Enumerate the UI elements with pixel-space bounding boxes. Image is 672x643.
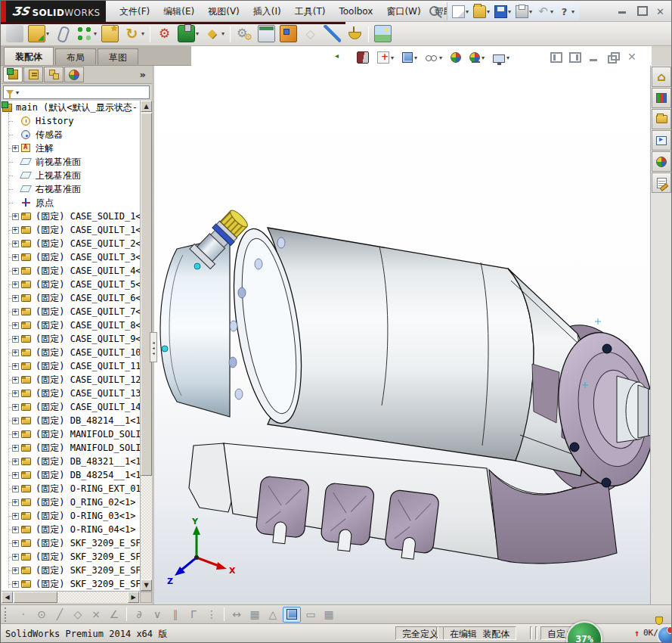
snap-midpoints-button[interactable]: ∨ — [149, 607, 166, 623]
insert-components-button[interactable] — [5, 23, 25, 44]
expand-icon[interactable] — [12, 377, 19, 384]
propertymanager-tab[interactable] — [23, 67, 43, 82]
download-progress-badge[interactable]: 37% — [566, 621, 602, 643]
expand-icon[interactable] — [12, 254, 19, 261]
tree-item[interactable]: (固定) CASE_QUILT_12<1> — [2, 373, 140, 387]
zoom-to-area-icon[interactable] — [314, 50, 330, 65]
search-icon[interactable] — [429, 6, 439, 16]
expand-icon[interactable] — [12, 241, 19, 247]
tree-item[interactable]: (固定) O_RING_02<1> (默 — [2, 495, 140, 509]
open-component-button[interactable] — [26, 23, 51, 44]
move-component-button[interactable] — [122, 23, 146, 44]
view-settings-icon[interactable] — [491, 51, 511, 64]
menu-item[interactable]: 视图(V) — [201, 3, 246, 20]
viewport-single-button[interactable]: ▭ — [302, 607, 319, 623]
appearance-palette-button[interactable] — [373, 23, 393, 44]
zoom-to-fit-icon[interactable] — [294, 50, 309, 65]
snap-inference-button[interactable]: ⋮ — [203, 607, 220, 623]
pane-toggle-right-button[interactable] — [569, 52, 581, 63]
new-document-button[interactable] — [451, 5, 470, 19]
snap-angle-button[interactable]: ∠ — [106, 607, 122, 623]
model-3d-view[interactable]: Y X Z — [154, 67, 652, 604]
expand-icon[interactable] — [12, 268, 19, 275]
command-tab[interactable]: 布局 — [55, 48, 96, 65]
help-button[interactable] — [556, 5, 576, 19]
curve-button[interactable] — [322, 23, 342, 44]
minimize-button[interactable] — [616, 4, 629, 17]
menu-item[interactable]: Toolbox — [332, 3, 379, 20]
expand-icon[interactable] — [12, 227, 19, 234]
expand-icon[interactable] — [12, 404, 19, 411]
expand-icon[interactable] — [12, 145, 19, 152]
tree-item[interactable]: (固定) MANIFOLD_SOLID_B — [2, 427, 140, 441]
reference-geometry-button[interactable] — [176, 23, 200, 44]
menu-item[interactable]: 编辑(E) — [156, 3, 201, 20]
expand-icon[interactable] — [12, 472, 19, 479]
tree-item[interactable]: (固定) O-RING_04<1> (默 — [2, 523, 140, 536]
panel-expand-chevrons[interactable]: » — [140, 69, 146, 80]
tree-item[interactable]: (固定) DB_48214__1<1> ( — [2, 414, 140, 427]
tree-root-item[interactable]: main (默认<默认_显示状态- — [2, 101, 140, 114]
expand-icon[interactable] — [12, 499, 19, 506]
display-style-icon[interactable] — [401, 51, 419, 64]
menu-item[interactable]: 插入(I) — [246, 3, 288, 20]
apply-scene-icon[interactable] — [468, 51, 486, 64]
menu-item[interactable]: 窗口(W) — [379, 3, 427, 20]
horizontal-scroll-thumb[interactable] — [14, 592, 57, 603]
panel-collapse-tab[interactable] — [150, 332, 157, 362]
expand-icon[interactable] — [12, 554, 19, 561]
expand-icon[interactable] — [12, 390, 19, 397]
assembly-features-button[interactable] — [154, 23, 175, 44]
tree-item[interactable]: 上视基准面 — [2, 169, 140, 182]
file-explorer-icon[interactable] — [652, 109, 671, 129]
snap-length-button[interactable]: ↔ — [228, 607, 245, 623]
view-palette-icon[interactable] — [652, 130, 671, 151]
expand-icon[interactable] — [12, 431, 19, 438]
vertical-scroll-thumb[interactable] — [141, 113, 152, 476]
section-view-icon[interactable] — [355, 50, 370, 65]
exploded-view-button[interactable] — [278, 23, 299, 44]
tree-item[interactable]: 传感器 — [2, 128, 140, 141]
minimize-document-button[interactable] — [588, 52, 600, 63]
scroll-down-button[interactable] — [141, 579, 152, 591]
filter-caret-icon[interactable] — [16, 89, 19, 96]
tree-item[interactable]: (固定) CASE_QUILT_1<1> — [2, 223, 140, 237]
maximize-button[interactable] — [635, 4, 648, 17]
bill-of-materials-button[interactable] — [256, 23, 277, 44]
expand-icon[interactable] — [12, 295, 19, 302]
tree-item[interactable]: 注解 — [2, 141, 140, 155]
print-button[interactable] — [514, 5, 534, 19]
scroll-right-button[interactable] — [128, 592, 139, 603]
tree-item[interactable]: History — [2, 114, 140, 128]
tree-item[interactable]: (固定) SKF_3209_E_SFERE — [2, 564, 140, 577]
undo-button[interactable] — [535, 5, 555, 19]
expand-icon[interactable] — [12, 418, 19, 424]
tree-item[interactable]: (固定) DB_48254__1<1> ( — [2, 468, 140, 482]
tree-item[interactable]: (固定) O-RING_EXT_01<1> — [2, 482, 140, 495]
graphics-viewport[interactable]: Y X Z — [154, 46, 652, 604]
featuremanager-tree-tab[interactable] — [3, 67, 23, 82]
tree-item[interactable]: (固定) CASE_QUILT_11<1> — [2, 359, 140, 373]
tree-item[interactable]: (固定) CASE_QUILT_9<1> — [2, 332, 140, 346]
smart-fasteners-button[interactable] — [100, 23, 120, 44]
expand-icon[interactable] — [12, 527, 19, 533]
view-orientation-icon[interactable] — [376, 50, 395, 65]
grid-snap-button[interactable]: ▦ — [246, 607, 263, 623]
open-button[interactable] — [472, 5, 491, 19]
tree-item[interactable]: (固定) CASE_QUILT_8<1> — [2, 318, 140, 332]
scroll-left-button[interactable] — [2, 592, 13, 603]
menu-item[interactable]: 文件(F) — [113, 3, 156, 20]
tree-item[interactable]: 前视基准面 — [2, 155, 140, 169]
expand-icon[interactable] — [12, 322, 19, 329]
tree-item[interactable]: (固定) SKF_3209_E_SFERE — [2, 550, 140, 564]
expand-icon[interactable] — [12, 513, 19, 520]
menu-item[interactable]: 工具(T) — [288, 3, 333, 20]
snap-intersections-button[interactable]: × — [88, 607, 104, 623]
tree-item[interactable]: (固定) CASE_SOLID_1<1> — [2, 210, 140, 223]
snap-quadrant-points-button[interactable]: ◇ — [70, 607, 86, 623]
tree-item[interactable]: (固定) CASE_QUILT_10<1> — [2, 346, 140, 359]
close-document-button[interactable] — [626, 52, 638, 63]
scroll-up-button[interactable] — [141, 101, 152, 112]
tree-item[interactable]: (固定) SKF_3209_E_SFERE — [2, 536, 140, 550]
snap-perpendicular-button[interactable]: Γ — [185, 607, 202, 623]
